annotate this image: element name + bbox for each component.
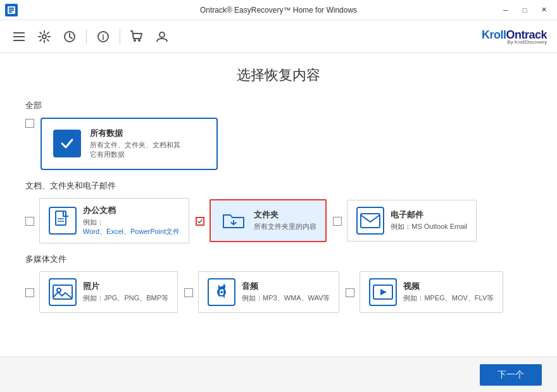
app-icon <box>5 4 18 16</box>
brand-area: KrollOntrack By KrollDiscovery <box>482 28 547 45</box>
maximize-button[interactable]: □ <box>516 4 533 16</box>
svg-rect-18 <box>361 214 380 228</box>
title-bar-left <box>5 4 18 16</box>
toolbar: i KrollOntrack By KrollDiscovery <box>0 20 557 53</box>
photo-text: 照片 例如：JPG、PNG、BMP等 <box>83 281 168 303</box>
all-section-label: 全部 <box>25 100 532 111</box>
account-icon[interactable] <box>153 28 171 46</box>
bottom-bar: 下一个 <box>0 357 557 392</box>
photo-sub: 例如：JPG、PNG、BMP等 <box>83 293 168 303</box>
minimize-button[interactable]: ─ <box>498 4 514 16</box>
folder-text: 文件夹 所有文件夹里的内容 <box>254 209 316 231</box>
svg-rect-4 <box>13 32 25 34</box>
audio-title: 音频 <box>242 281 330 292</box>
email-text: 电子邮件 例如：MS Outlook Email <box>391 209 467 231</box>
video-row: 视频 例如：MPEG、MOV、FLV等 <box>346 271 503 313</box>
svg-point-20 <box>57 288 61 292</box>
docs-section-label: 文档、文件夹和电子邮件 <box>25 180 532 192</box>
photo-title: 照片 <box>83 281 168 292</box>
office-title: 办公文档 <box>83 205 180 216</box>
folder-sub: 所有文件夹里的内容 <box>254 222 316 231</box>
audio-checkbox[interactable] <box>184 288 193 297</box>
office-text: 办公文档 例如： Word、Excel、PowerPoint文件 <box>83 205 180 236</box>
photo-row: 照片 例如：JPG、PNG、BMP等 <box>25 271 178 313</box>
all-data-sub1: 所有文件、文件夹、文档和其 <box>90 140 205 150</box>
svg-rect-14 <box>56 211 66 225</box>
folder-card[interactable]: 文件夹 所有文件夹里的内容 <box>210 199 327 242</box>
separator-1 <box>86 29 87 44</box>
all-data-text: 所有数据 所有文件、文件夹、文档和其 它有用数据 <box>90 128 205 160</box>
email-checkbox[interactable] <box>333 217 342 226</box>
email-sub: 例如：MS Outlook Email <box>391 222 467 231</box>
all-data-sub2: 它有用数据 <box>90 150 205 159</box>
audio-text: 音频 例如：MP3、WMA、WAV等 <box>242 281 330 303</box>
svg-rect-5 <box>13 36 25 37</box>
email-card[interactable]: 电子邮件 例如：MS Outlook Email <box>347 200 477 242</box>
info-icon[interactable]: i <box>94 28 112 46</box>
separator-2 <box>120 29 120 44</box>
folder-checkbox[interactable] <box>196 217 204 226</box>
video-text: 视频 例如：MPEG、MOV、FLV等 <box>403 281 494 303</box>
hamburger-icon[interactable] <box>10 28 28 46</box>
svg-rect-6 <box>13 40 25 41</box>
svg-rect-3 <box>9 11 12 13</box>
audio-card[interactable]: 音频 例如：MP3、WMA、WAV等 <box>198 271 339 313</box>
photo-card[interactable]: 照片 例如：JPG、PNG、BMP等 <box>39 271 178 313</box>
video-icon <box>369 278 397 306</box>
close-button[interactable]: ✕ <box>535 4 552 16</box>
media-section-label: 多媒体文件 <box>25 254 532 265</box>
video-title: 视频 <box>403 281 494 292</box>
folder-icon <box>220 207 247 235</box>
video-checkbox[interactable] <box>346 288 354 297</box>
video-card[interactable]: 视频 例如：MPEG、MOV、FLV等 <box>360 271 503 313</box>
audio-row: 音频 例如：MP3、WMA、WAV等 <box>184 271 339 313</box>
office-card[interactable]: 办公文档 例如： Word、Excel、PowerPoint文件 <box>39 198 189 243</box>
all-section: 全部 所有数据 所有文件、文件夹、文档和其 它有用数据 <box>25 100 532 170</box>
office-row: 办公文档 例如： Word、Excel、PowerPoint文件 <box>25 198 189 243</box>
svg-point-7 <box>42 35 46 39</box>
title-bar: Ontrack® EasyRecovery™ Home for Windows … <box>0 0 557 20</box>
email-row: 电子邮件 例如：MS Outlook Email <box>333 200 477 242</box>
all-data-card[interactable]: 所有数据 所有文件、文件夹、文档和其 它有用数据 <box>41 118 218 170</box>
all-data-title: 所有数据 <box>90 128 205 139</box>
audio-sub: 例如：MP3、WMA、WAV等 <box>242 293 330 303</box>
video-sub: 例如：MPEG、MOV、FLV等 <box>403 293 494 303</box>
settings-icon[interactable] <box>35 28 53 46</box>
svg-marker-24 <box>380 289 387 295</box>
svg-point-11 <box>134 39 136 42</box>
svg-rect-2 <box>9 9 14 11</box>
office-checkbox[interactable] <box>25 217 34 226</box>
svg-rect-19 <box>53 285 72 299</box>
svg-point-12 <box>138 39 141 42</box>
media-section: 多媒体文件 照片 例如：JPG、PNG、BMP等 <box>25 254 532 313</box>
photo-icon <box>49 278 77 306</box>
toolbar-left: i <box>10 28 171 46</box>
window-title: Ontrack® EasyRecovery™ Home for Windows <box>200 6 357 15</box>
folder-row: 文件夹 所有文件夹里的内容 <box>196 199 327 242</box>
docs-section: 文档、文件夹和电子邮件 办公文档 例如 <box>25 180 532 243</box>
svg-rect-1 <box>9 8 14 9</box>
svg-point-13 <box>160 32 165 37</box>
photo-checkbox[interactable] <box>25 288 34 297</box>
office-link: Word、Excel、PowerPoint文件 <box>83 227 180 236</box>
all-data-checkbox[interactable] <box>25 119 34 128</box>
svg-text:i: i <box>102 33 104 42</box>
svg-point-22 <box>220 291 223 293</box>
main-content: 选择恢复内容 全部 所有数据 所有文件、文件夹、文档和其 它有用数据 <box>0 53 557 357</box>
email-title: 电子邮件 <box>391 209 467 221</box>
folder-title: 文件夹 <box>254 209 316 221</box>
cart-icon[interactable] <box>128 28 146 46</box>
next-button[interactable]: 下一个 <box>480 364 542 386</box>
all-data-row: 所有数据 所有文件、文件夹、文档和其 它有用数据 <box>25 118 532 170</box>
audio-icon <box>208 278 235 306</box>
window-controls: ─ □ ✕ <box>498 4 552 16</box>
email-icon <box>356 207 384 235</box>
office-icon <box>49 207 77 235</box>
history-icon[interactable] <box>61 28 78 46</box>
office-sub: 例如： <box>83 217 180 227</box>
all-data-icon <box>53 130 81 157</box>
page-title: 选择恢复内容 <box>25 66 532 85</box>
